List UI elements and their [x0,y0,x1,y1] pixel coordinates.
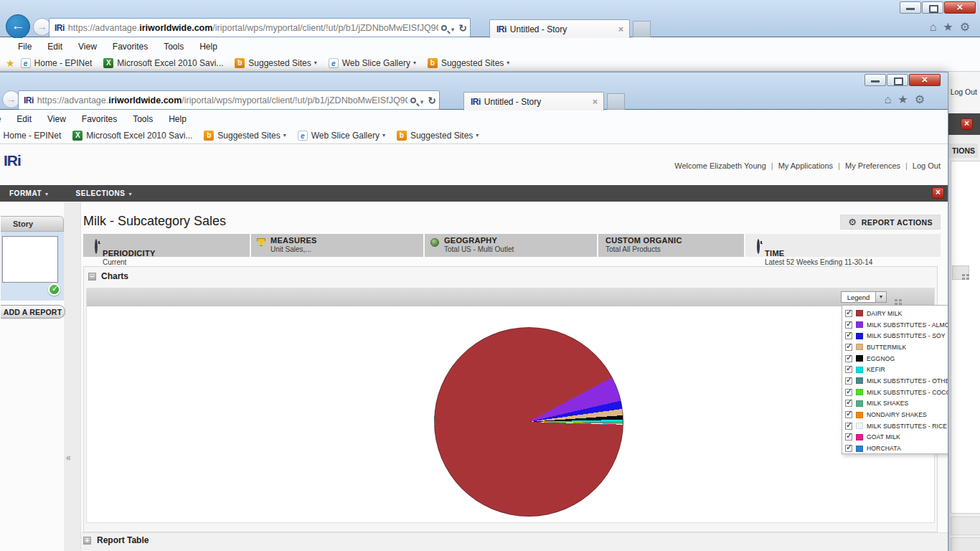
story-thumbnail[interactable] [2,236,58,283]
selections-menu[interactable]: SELECTIONS [76,189,132,197]
story-tab[interactable]: Story [1,216,64,232]
legend-checkbox-checked[interactable] [845,377,852,385]
logout-link[interactable]: Log Out [900,161,941,170]
favorites-item-label: Suggested Sites [441,58,504,68]
filter-custom-organic[interactable]: CUSTOM ORGANIC Total All Products [598,234,744,257]
menu-item-help[interactable]: Help [192,42,225,52]
settings-gear-icon[interactable]: ⚙ [960,20,970,34]
refresh-icon[interactable] [428,94,436,107]
filter-periodicity[interactable]: PERIODICITY Current [83,234,250,257]
my-applications-link[interactable]: My Applications [766,161,833,170]
filter-time[interactable]: TIME Latest 52 Weeks Ending 11-30-14 [745,234,941,257]
restore-button[interactable] [922,1,943,14]
favorites-item[interactable]: bSuggested Sites▾ [235,58,316,68]
refresh-icon[interactable] [458,22,467,34]
page-title: Milk - Subcategory Sales [83,214,226,229]
legend-checkbox-checked[interactable] [845,344,852,351]
favorites-item[interactable]: eWeb Slice Gallery▾ [329,58,416,68]
minimize-button[interactable] [900,1,921,14]
browser-tab[interactable]: IRi Untitled - Story × [463,92,604,110]
back-button[interactable] [6,14,30,39]
outer-report-actions-clipped[interactable]: TIONS [949,143,978,158]
menu-item-favorites[interactable]: Favorites [74,114,125,124]
favorites-item[interactable]: XMicrosoft Excel 2010 Savi... [103,58,223,68]
favorites-item[interactable]: bSuggested Sites▾ [397,131,479,141]
add-a-report-button[interactable]: ADD A REPORT [1,305,65,319]
pie-chart[interactable] [434,327,623,517]
search-icon[interactable] [441,25,447,31]
tab-close-icon[interactable]: × [617,24,625,34]
legend-checkbox-checked[interactable] [845,445,852,452]
close-panel-button[interactable] [932,187,944,199]
address-bar[interactable]: IRi https://advantage.iriworldwide.com/i… [49,18,471,37]
close-button[interactable] [909,74,941,86]
legend-label: BUTTERMILK [867,344,906,351]
menu-bar: FileEditViewFavoritesToolsHelp [0,110,948,127]
minimize-button[interactable] [864,74,886,86]
clock-icon [95,239,98,254]
favorites-item[interactable]: eHome - EPINet [21,58,93,68]
favorites-item[interactable]: eHome - EPINet [0,131,61,141]
favorites-star-icon[interactable]: ★ [897,93,908,107]
browser-tab[interactable]: IRi Untitled - Story × [489,19,630,38]
new-tab-button[interactable] [633,21,651,37]
favorites-item[interactable]: XMicrosoft Excel 2010 Savi... [72,131,192,141]
settings-gear-icon[interactable]: ⚙ [915,93,925,107]
menu-item-tools[interactable]: Tools [125,114,161,124]
iri-logo: IRi [4,152,21,169]
menu-item-view[interactable]: View [39,114,74,124]
menu-item-tools[interactable]: Tools [156,42,192,52]
favorites-star-icon[interactable]: ★ [943,20,953,34]
legend-label: DAIRY MILK [867,310,902,317]
new-tab-button[interactable] [607,93,625,110]
add-favorite-star-icon[interactable] [6,57,15,69]
legend-checkbox-checked[interactable] [845,411,852,418]
outer-close-panel-button[interactable] [961,118,973,130]
expand-section-icon[interactable]: + [83,537,91,545]
legend-dropdown[interactable]: Legend ▼ [841,291,887,303]
legend-checkbox-checked[interactable] [845,366,852,373]
legend-checkbox-checked[interactable] [845,433,852,441]
url-dropdown-icon[interactable] [451,22,455,34]
report-actions-button[interactable]: ⚙ REPORT ACTIONS [840,215,941,230]
chevron-down-icon: ▼ [875,292,886,302]
filter-geography[interactable]: GEOGRAPHY Total US - Multi Outlet [425,234,597,257]
outer-expand-grid-icon[interactable] [952,265,969,280]
favorites-item[interactable]: bSuggested Sites▾ [204,131,286,141]
ie-page-icon: e [298,131,308,141]
menu-item-file[interactable]: File [10,42,39,52]
menu-item-edit[interactable]: Edit [39,42,70,52]
legend-checkbox-checked[interactable] [845,321,852,329]
menu-item-help[interactable]: Help [161,114,194,124]
my-preferences-link[interactable]: My Preferences [833,161,900,170]
legend-checkbox-checked[interactable] [845,400,852,407]
address-bar[interactable]: IRi https://advantage.iriworldwide.com/i… [18,90,440,110]
url-dropdown-icon[interactable] [420,94,424,107]
menu-item-favorites[interactable]: Favorites [105,42,156,52]
legend-checkbox-checked[interactable] [845,423,852,430]
home-icon[interactable]: ⌂ [885,93,892,107]
outer-logout-link[interactable]: Log Out [951,88,977,96]
collapse-section-icon[interactable]: − [88,273,96,281]
favorites-item[interactable]: eWeb Slice Gallery▾ [298,131,385,141]
portal-content: Story ADD A REPORT Milk - Subcategory Sa… [0,202,948,551]
collapse-sidebar-icon[interactable] [66,453,71,463]
favorites-items: eHome - EPINetXMicrosoft Excel 2010 Savi… [21,58,522,68]
filter-measures[interactable]: MEASURES Unit Sales,... [251,234,423,257]
legend-color-swatch [856,389,863,395]
tab-close-icon[interactable]: × [591,97,599,107]
menu-item-edit[interactable]: Edit [9,114,39,124]
expand-chart-icon[interactable] [891,291,905,303]
format-menu[interactable]: FORMAT [9,189,49,197]
legend-checkbox-checked[interactable] [845,389,852,396]
search-icon[interactable] [410,98,416,103]
legend-checkbox-checked[interactable] [845,332,852,339]
legend-checkbox-checked[interactable] [845,310,852,317]
menu-item-view[interactable]: View [70,42,105,52]
home-icon[interactable]: ⌂ [930,20,937,34]
legend-checkbox-checked[interactable] [845,355,852,362]
close-button[interactable] [944,1,976,14]
menu-item-file[interactable]: File [0,114,9,124]
restore-button[interactable] [887,74,908,86]
favorites-item[interactable]: bSuggested Sites▾ [428,58,509,68]
